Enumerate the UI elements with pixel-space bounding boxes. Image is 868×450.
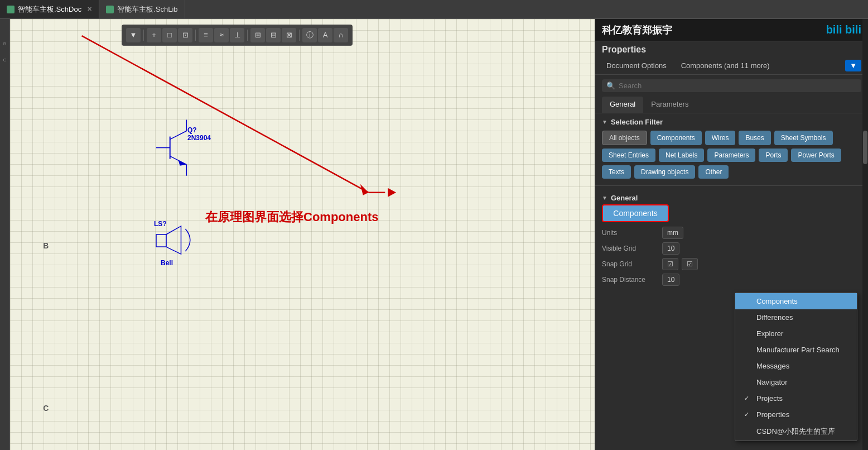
panel-divider — [595, 185, 868, 186]
dropdown-item-projects[interactable]: ✓ Projects — [735, 390, 857, 406]
watermark-text: 科亿教育郑振宇 — [602, 23, 672, 37]
general-collapse-icon[interactable]: ▼ — [602, 195, 607, 201]
snap-grid-label: Snap Grid — [602, 260, 658, 268]
filter-icon-button[interactable]: ▼ — [845, 60, 861, 71]
toolbar-text-btn[interactable]: A — [318, 28, 332, 42]
general-section-header: ▼ General — [602, 192, 861, 204]
filter-ports[interactable]: Ports — [759, 149, 788, 162]
toolbar-divider-2 — [195, 30, 196, 41]
components-more-link[interactable]: Components (and 11 more) — [677, 59, 774, 72]
toolbar-filter-btn[interactable]: ▼ — [126, 28, 141, 42]
general-section: ▼ General Components Units mm Visible Gr… — [595, 188, 868, 293]
dropdown-item-differences[interactable]: Differences — [735, 309, 857, 325]
toolbar-wire-btn[interactable]: ≡ — [199, 28, 213, 42]
toolbar-gnd-btn[interactable]: ⊥ — [230, 28, 244, 42]
filter-buses[interactable]: Buses — [739, 131, 770, 145]
snap-grid-checkbox2[interactable]: ☑ — [682, 258, 698, 270]
filter-drawing-objects[interactable]: Drawing objects — [634, 165, 695, 179]
filter-sheet-symbols[interactable]: Sheet Symbols — [774, 131, 833, 145]
main-area: B C ▼ + □ ⊡ ≡ ≈ ⊥ ⊞ ⊟ ⊠ ⓘ A ∩ — [0, 19, 868, 450]
filter-other[interactable]: Other — [698, 165, 729, 179]
filter-components[interactable]: Components — [650, 131, 702, 145]
tab-icon-schlib — [106, 6, 114, 13]
filter-buttons: All objects Components Wires Buses Sheet… — [595, 128, 868, 183]
selection-filter-label: Selection Filter — [611, 118, 663, 126]
panel-tabs: General Parameters — [595, 97, 868, 113]
tab-schdoc[interactable]: 智能车主板.SchDoc ✕ — [0, 0, 99, 18]
tab-label-schlib: 智能车主板.SchLib — [117, 4, 177, 15]
tab-parameters[interactable]: Parameters — [643, 97, 696, 113]
filter-all-objects[interactable]: All objects — [602, 131, 647, 145]
schematic-canvas[interactable]: B C Q? 2N3904 LS? Bell 在原理图界面选择Component… — [10, 19, 595, 450]
panel-watermark: 科亿教育郑振宇 bili bili — [595, 19, 868, 41]
snap-grid-checkbox[interactable]: ☑ — [662, 258, 678, 270]
toolbar-minus-btn[interactable]: ⊟ — [266, 28, 281, 42]
check-properties: ✓ — [744, 411, 752, 418]
bilibili-text: bili bili — [826, 23, 861, 36]
dropdown-item-navigator[interactable]: Navigator — [735, 374, 857, 390]
snap-distance-value: 10 — [662, 274, 679, 286]
filter-sheet-entries[interactable]: Sheet Entries — [602, 149, 655, 162]
toolbar-arc-btn[interactable]: ∩ — [334, 28, 348, 42]
canvas-wrapper: ▼ + □ ⊡ ≡ ≈ ⊥ ⊞ ⊟ ⊠ ⓘ A ∩ — [10, 19, 595, 450]
snap-distance-row: Snap Distance 10 — [602, 274, 861, 286]
right-scrollbar[interactable] — [862, 19, 868, 450]
tab-bar: 智能车主板.SchDoc ✕ 智能车主板.SchLib — [0, 0, 868, 19]
general-components-row: Components — [602, 204, 861, 222]
doc-options-row: Document Options Components (and 11 more… — [595, 57, 868, 75]
components-button[interactable]: Components — [602, 204, 669, 222]
toolbar-wave-btn[interactable]: ≈ — [214, 28, 229, 42]
dropdown-item-components[interactable]: Components — [735, 293, 857, 309]
dropdown-item-messages[interactable]: Messages — [735, 358, 857, 374]
bell-label: LS? — [154, 220, 167, 228]
toolbar-divider-1 — [143, 30, 144, 41]
dropdown-item-explorer[interactable]: Explorer — [735, 325, 857, 342]
snap-grid-row: Snap Grid ☑ ☑ — [602, 258, 861, 270]
toolbar-divider-3 — [247, 30, 248, 41]
search-icon: 🔍 — [606, 82, 615, 90]
visible-grid-value: 10 — [662, 242, 679, 255]
filter-parameters[interactable]: Parameters — [707, 149, 755, 162]
filter-power-ports[interactable]: Power Ports — [791, 149, 841, 162]
properties-title: Properties — [595, 41, 868, 57]
units-value: mm — [662, 227, 683, 239]
bell-name: Bell — [161, 259, 173, 267]
filter-wires[interactable]: Wires — [705, 131, 736, 145]
collapse-icon[interactable]: ▼ — [602, 119, 607, 125]
tab-icon-schdoc — [7, 6, 15, 13]
scrollbar-thumb[interactable] — [863, 131, 867, 164]
dropdown-menu: Components Differences Explorer Manufact… — [735, 293, 857, 441]
dropdown-item-properties[interactable]: ✓ Properties — [735, 406, 857, 423]
toolbar-rect-btn[interactable]: □ — [162, 28, 177, 42]
search-input[interactable] — [619, 82, 857, 90]
toolbar-add-btn[interactable]: + — [147, 28, 161, 42]
check-projects: ✓ — [744, 395, 752, 402]
filter-texts[interactable]: Texts — [602, 165, 631, 179]
doc-options-link[interactable]: Document Options — [602, 59, 671, 72]
toolbar-info-btn[interactable]: ⓘ — [302, 28, 317, 42]
toolbar-divider-4 — [299, 30, 300, 41]
toolbar: ▼ + □ ⊡ ≡ ≈ ⊥ ⊞ ⊟ ⊠ ⓘ A ∩ — [122, 25, 353, 46]
toolbar-rect2-btn[interactable]: ⊡ — [178, 28, 192, 42]
toolbar-grid-btn[interactable]: ⊞ — [250, 28, 265, 42]
general-section-label: General — [611, 194, 638, 202]
dropdown-item-mfg-search[interactable]: Manufacturer Part Search — [735, 342, 857, 358]
right-panel: 科亿教育郑振宇 bili bili Properties Document Op… — [595, 19, 868, 450]
selection-filter-header: ▼ Selection Filter — [595, 113, 868, 128]
tab-label-schdoc: 智能车主板.SchDoc — [18, 4, 81, 15]
tab-close-schdoc[interactable]: ✕ — [87, 6, 92, 13]
ruler-left: B C — [0, 19, 10, 450]
visible-grid-row: Visible Grid 10 — [602, 242, 861, 255]
units-label: Units — [602, 229, 658, 237]
toolbar-cross-btn[interactable]: ⊠ — [282, 28, 296, 42]
tab-schlib[interactable]: 智能车主板.SchLib — [99, 0, 185, 18]
search-bar: 🔍 — [602, 79, 861, 92]
grid-background — [10, 19, 595, 450]
dropdown-item-csdn[interactable]: CSDN@小阳先生的宝库 — [735, 423, 857, 441]
tab-general[interactable]: General — [602, 97, 643, 113]
snap-grid-value-container: ☑ ☑ — [662, 258, 698, 270]
snap-distance-label: Snap Distance — [602, 276, 658, 284]
visible-grid-label: Visible Grid — [602, 245, 658, 252]
transistor-label: Q? 2N3904 — [187, 126, 211, 142]
filter-net-labels[interactable]: Net Labels — [659, 149, 704, 162]
